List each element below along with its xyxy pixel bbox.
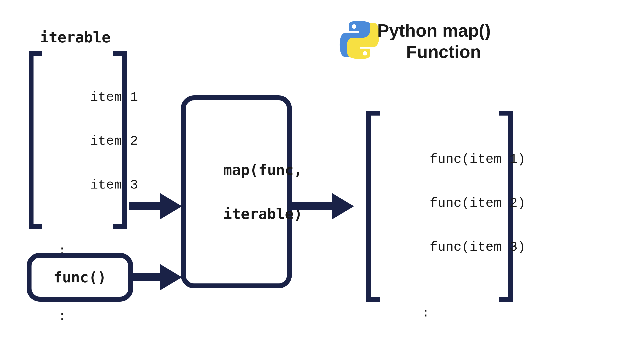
iterable-item: item 2 [90,133,138,149]
svg-rect-0 [129,202,160,210]
map-box: map(func, iterable) [181,95,292,288]
svg-marker-3 [160,264,182,291]
iterable-item: item 1 [90,90,138,105]
iterable-item: item 3 [90,177,138,193]
title: Python map() Function [377,20,491,62]
title-line-1: Python map() [377,20,491,41]
output-item: func(item 2) [430,196,526,211]
output-item: func(item 3) [430,240,526,255]
arrow-icon [133,264,184,291]
func-box: func() [27,253,133,302]
func-box-label: func() [54,269,106,286]
title-line-2: Function [406,41,481,62]
svg-rect-4 [292,202,332,210]
svg-rect-2 [133,273,160,281]
diagram-stage: Python map() Function iterable item 1 it… [0,0,644,338]
ellipsis: : [42,306,138,328]
map-box-line-1: map(func, [223,161,302,179]
output-block: func(item 1) func(item 2) func(item 3) :… [364,111,515,302]
iterable-block: item 1 item 2 item 3 : : item n [27,51,129,228]
output-item: func(item 1) [430,152,526,167]
iterable-label: iterable [40,29,110,46]
svg-marker-5 [332,193,354,220]
map-box-line-2: iterable) [223,205,302,222]
python-logo-icon [340,20,380,60]
arrow-icon [292,193,356,220]
ellipsis: : [382,302,526,324]
